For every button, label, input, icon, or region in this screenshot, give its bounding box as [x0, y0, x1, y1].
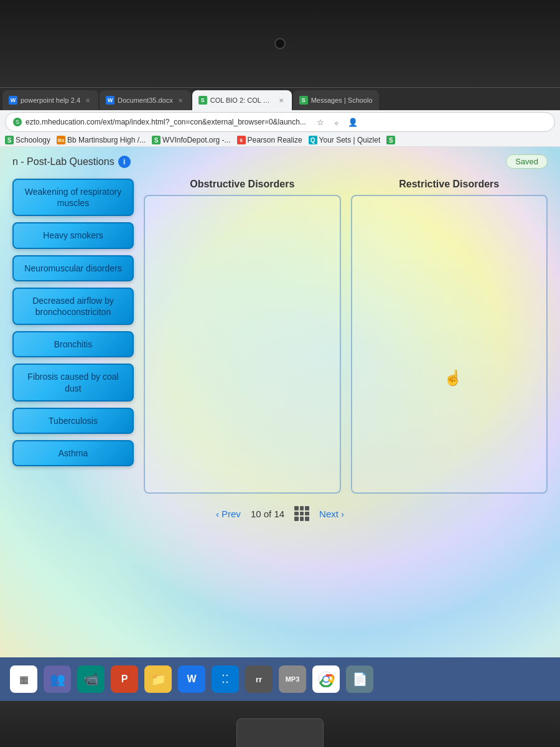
page-title: n - Post-Lab Questions: [12, 156, 114, 167]
quizlet-icon: Q: [309, 136, 317, 144]
taskbar-powerpoint[interactable]: P: [111, 665, 138, 693]
wvinfo-icon: S: [152, 136, 161, 144]
bookmark-quizlet[interactable]: Q Your Sets | Quizlet: [309, 136, 381, 144]
drag-item-neuromuscular[interactable]: Neuromuscular disorders: [12, 255, 134, 281]
taskbar-rr[interactable]: rr: [245, 665, 273, 693]
tab-colbio[interactable]: S COL BIO 2: COL BIO ✕: [192, 90, 292, 110]
tab-bar: W powerpoint help 2.4 ✕ W Document35.doc…: [0, 88, 560, 110]
taskbar-folder[interactable]: 📁: [144, 665, 172, 693]
extra-icon: S: [386, 136, 395, 144]
martinsburg-icon: Bb: [57, 136, 65, 144]
bookmark-quizlet-label: Your Sets | Quizlet: [319, 136, 381, 144]
bookmark-wvinfo-label: WVInfoDepot.org -...: [162, 136, 230, 144]
bookmark-martinsburg[interactable]: Bb Bb Martinsburg High /...: [57, 136, 146, 144]
addr-actions: ☆ ⬦ 👤: [314, 115, 360, 129]
of-label: of: [264, 509, 274, 519]
tab-colbio-label: COL BIO 2: COL BIO: [210, 96, 274, 104]
taskbar-word[interactable]: W: [178, 665, 205, 693]
restrictive-drop-zone[interactable]: ☝: [351, 195, 548, 494]
page-info: 10 of 14: [251, 509, 284, 519]
taskbar-teams[interactable]: 👥: [44, 665, 71, 693]
drag-item-heavy-smokers[interactable]: Heavy smokers: [12, 222, 134, 248]
tab-document-close[interactable]: ✕: [176, 96, 185, 105]
taskbar-dotnet[interactable]: ⁚⁚: [212, 665, 239, 693]
cursor-indicator: ☝: [444, 369, 462, 387]
schoology-icon: S: [5, 136, 14, 144]
bookmark-schoology-label: Schoology: [16, 136, 50, 144]
address-bar[interactable]: S ezto.mheducation.com/ext/map/index.htm…: [5, 112, 555, 132]
info-button[interactable]: i: [118, 156, 131, 168]
prev-label: Prev: [222, 509, 241, 519]
page-header: n - Post-Lab Questions i Saved: [12, 154, 548, 169]
drag-item-tuberculosis[interactable]: Tuberculosis: [12, 408, 134, 434]
laptop-bottom-bezel: [0, 701, 560, 747]
drop-zones: Obstructive Disorders Restrictive Disord…: [144, 179, 548, 494]
drag-item-weakening[interactable]: Weakening of respiratory muscles: [12, 179, 134, 216]
bookmark-star[interactable]: ☆: [314, 115, 327, 129]
trackpad[interactable]: [236, 718, 324, 748]
obstructive-title: Obstructive Disorders: [144, 179, 341, 190]
bookmark-pearson[interactable]: s Pearson Realize: [237, 136, 302, 144]
tab-powerpoint-close[interactable]: ✕: [83, 96, 92, 105]
page-content: n - Post-Lab Questions i Saved Weakening…: [0, 147, 560, 657]
bookmark-wvinfo[interactable]: S WVInfoDepot.org -...: [152, 136, 230, 144]
taskbar-chrome[interactable]: [312, 665, 340, 693]
bookmarks-bar: S Schoology Bb Bb Martinsburg High /... …: [0, 134, 560, 147]
extension-icon[interactable]: ⬦: [330, 115, 343, 129]
tab-document-label: Document35.docx: [118, 96, 173, 104]
drag-item-fibrosis[interactable]: Fibrosis caused by coal dust: [12, 364, 134, 401]
bookmark-pearson-label: Pearson Realize: [248, 136, 302, 144]
taskbar-mp3[interactable]: MP3: [279, 665, 306, 693]
tab-messages[interactable]: S Messages | Schoolo: [293, 90, 379, 110]
taskbar: ▦ 👥 📹 P 📁 W ⁚⁚ rr MP3 📄: [0, 657, 560, 701]
laptop-top-bezel: [0, 0, 560, 87]
taskbar-qr[interactable]: ▦: [10, 665, 37, 693]
drag-item-asthma[interactable]: Asthma: [12, 440, 134, 466]
obstructive-drop-zone[interactable]: [144, 195, 341, 494]
prev-button[interactable]: ‹ Prev: [216, 509, 241, 519]
url-text: ezto.mheducation.com/ext/map/index.html?…: [26, 118, 306, 126]
saved-status: Saved: [506, 154, 548, 169]
bookmark-martinsburg-label: Bb Martinsburg High /...: [67, 136, 146, 144]
secure-icon: S: [13, 118, 22, 126]
taskbar-file[interactable]: 📄: [346, 665, 373, 693]
tab-document[interactable]: W Document35.docx ✕: [100, 90, 191, 110]
current-page: 10: [251, 509, 261, 519]
bookmark-extra[interactable]: S: [386, 136, 395, 144]
profile-icon[interactable]: 👤: [346, 115, 360, 129]
prev-chevron: ‹: [216, 509, 219, 519]
tab-colbio-close[interactable]: ✕: [277, 96, 286, 105]
restrictive-container: Restrictive Disorders ☝: [351, 179, 548, 494]
total-pages: 14: [274, 509, 284, 519]
tab-messages-label: Messages | Schoolo: [311, 96, 373, 104]
next-label: Next: [319, 509, 338, 519]
grid-view-icon[interactable]: [294, 506, 309, 521]
pagination: ‹ Prev 10 of 14 Next ›: [12, 506, 548, 521]
camera: [274, 38, 286, 49]
next-button[interactable]: Next ›: [319, 509, 344, 519]
pearson-icon: s: [237, 136, 246, 144]
address-bar-row: S ezto.mheducation.com/ext/map/index.htm…: [0, 110, 560, 134]
bookmark-schoology[interactable]: S Schoology: [5, 136, 50, 144]
exercise-area: Weakening of respiratory muscles Heavy s…: [12, 179, 548, 494]
svg-point-2: [324, 677, 329, 682]
tab-powerpoint-label: powerpoint help 2.4: [21, 96, 80, 104]
drag-items-panel: Weakening of respiratory muscles Heavy s…: [12, 179, 134, 494]
taskbar-meet[interactable]: 📹: [77, 665, 105, 693]
browser-chrome: W powerpoint help 2.4 ✕ W Document35.doc…: [0, 87, 560, 147]
restrictive-title: Restrictive Disorders: [351, 179, 548, 190]
next-chevron: ›: [341, 509, 344, 519]
drag-item-decreased-airflow[interactable]: Decreased airflow by bronchoconstriciton: [12, 288, 134, 325]
tab-powerpoint[interactable]: W powerpoint help 2.4 ✕: [2, 90, 98, 110]
obstructive-container: Obstructive Disorders: [144, 179, 341, 494]
drag-item-bronchitis[interactable]: Bronchitis: [12, 331, 134, 357]
